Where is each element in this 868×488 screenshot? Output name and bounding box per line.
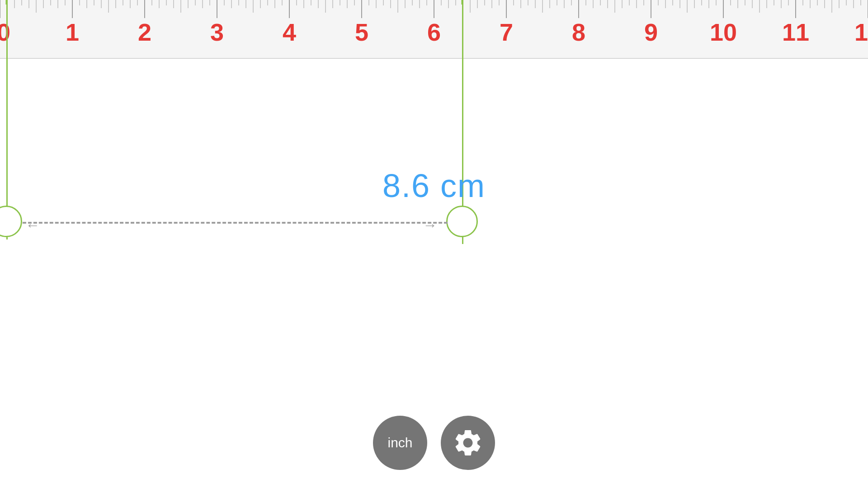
left-handle[interactable] [0, 206, 22, 237]
bottom-controls: inch [373, 416, 495, 470]
arrow-left-icon: ← [25, 217, 40, 234]
right-handle[interactable] [446, 206, 478, 237]
arrow-right-icon: → [423, 217, 437, 234]
ruler-canvas [0, 0, 868, 59]
gear-icon [452, 427, 484, 459]
inch-button-label: inch [387, 435, 412, 450]
measurement-display: 8.6 cm [0, 167, 868, 204]
dashed-measurement-line [23, 222, 448, 224]
inch-button[interactable]: inch [373, 416, 427, 470]
settings-button[interactable] [441, 416, 495, 470]
ruler [0, 0, 868, 59]
